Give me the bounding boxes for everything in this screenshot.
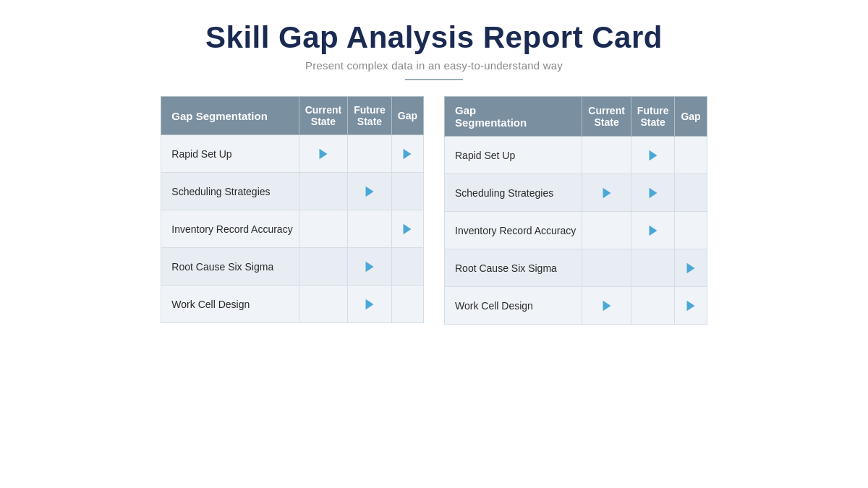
row-gap <box>675 287 707 325</box>
row-gap <box>675 137 707 174</box>
row-gap <box>675 212 707 249</box>
svg-marker-2 <box>365 186 373 197</box>
chevron-icon <box>362 259 378 275</box>
page-subtitle: Present complex data in an easy-to-under… <box>305 59 563 72</box>
row-future <box>631 137 675 174</box>
row-future <box>631 249 675 287</box>
row-label: Root Cause Six Sigma <box>161 248 299 286</box>
chevron-icon <box>599 185 615 201</box>
chevron-icon <box>362 296 378 312</box>
svg-marker-11 <box>603 300 610 311</box>
row-current <box>299 173 348 210</box>
row-label: Work Cell Design <box>161 286 299 323</box>
row-future <box>348 135 392 173</box>
table-left: Gap Segmentation CurrentState FutureStat… <box>161 96 424 325</box>
row-label: Rapid Set Up <box>445 137 582 174</box>
table-row: Scheduling Strategies <box>445 174 707 212</box>
chevron-icon <box>645 223 661 239</box>
row-future <box>348 210 392 248</box>
chevron-icon <box>683 298 699 314</box>
svg-marker-6 <box>649 150 657 160</box>
row-gap <box>675 174 707 212</box>
title-divider <box>405 79 463 80</box>
row-label: Scheduling Strategies <box>445 174 582 212</box>
svg-marker-7 <box>603 187 610 198</box>
row-current <box>299 248 348 286</box>
row-label: Inventory Record Accuracy <box>161 210 299 248</box>
col-header-gap-1: Gap <box>391 97 423 135</box>
row-current <box>299 286 348 323</box>
svg-marker-5 <box>365 299 373 309</box>
row-current <box>582 249 631 287</box>
row-current <box>299 135 348 173</box>
row-current <box>582 137 631 174</box>
row-future <box>348 286 392 323</box>
col-header-current-1: CurrentState <box>299 97 348 135</box>
row-gap <box>391 210 423 248</box>
row-future <box>631 174 675 212</box>
row-current <box>299 210 348 248</box>
skill-gap-table-2: GapSegmentation CurrentState FutureState… <box>444 96 707 325</box>
page-title: Skill Gap Analysis Report Card <box>205 20 663 55</box>
row-gap <box>675 249 707 287</box>
chevron-icon <box>599 298 615 314</box>
row-gap <box>391 135 423 173</box>
table-row: Work Cell Design <box>445 287 707 325</box>
table-row: Rapid Set Up <box>161 135 424 173</box>
table-row: Scheduling Strategies <box>161 173 424 210</box>
col-header-gap-2: Gap <box>675 97 707 137</box>
table-row: Work Cell Design <box>161 286 424 323</box>
table-row: Root Cause Six Sigma <box>445 249 707 287</box>
row-current <box>582 174 631 212</box>
svg-marker-1 <box>404 148 412 159</box>
row-label: Work Cell Design <box>445 287 582 325</box>
table-row: Rapid Set Up <box>445 137 707 174</box>
row-label: Inventory Record Accuracy <box>445 212 582 249</box>
row-current <box>582 287 631 325</box>
svg-marker-8 <box>649 187 657 198</box>
chevron-icon <box>362 184 378 200</box>
col-header-current-2: CurrentState <box>582 97 631 137</box>
row-gap <box>391 286 423 323</box>
col-header-future-2: FutureState <box>631 97 675 137</box>
table-row: Inventory Record Accuracy <box>445 212 707 249</box>
chevron-icon <box>315 146 331 162</box>
col-header-future-1: FutureState <box>348 97 392 135</box>
col-header-gap-seg-1: Gap Segmentation <box>161 97 299 135</box>
skill-gap-table-1: Gap Segmentation CurrentState FutureStat… <box>161 96 424 323</box>
row-future <box>631 287 675 325</box>
row-current <box>582 212 631 249</box>
chevron-icon <box>399 146 415 162</box>
row-label: Scheduling Strategies <box>161 173 299 210</box>
table-row: Root Cause Six Sigma <box>161 248 424 286</box>
chevron-icon <box>683 260 699 276</box>
svg-marker-4 <box>365 261 373 272</box>
svg-marker-10 <box>687 262 695 273</box>
chevron-icon <box>645 147 661 163</box>
row-future <box>631 212 675 249</box>
table-row: Inventory Record Accuracy <box>161 210 424 248</box>
svg-marker-3 <box>404 223 412 234</box>
row-label: Root Cause Six Sigma <box>445 249 582 287</box>
row-future <box>348 248 392 286</box>
row-gap <box>391 173 423 210</box>
table-right: GapSegmentation CurrentState FutureState… <box>444 96 707 325</box>
svg-marker-9 <box>649 225 657 236</box>
col-header-gap-seg-2: GapSegmentation <box>445 97 582 137</box>
chevron-icon <box>399 221 415 237</box>
row-gap <box>391 248 423 286</box>
svg-marker-0 <box>319 148 327 159</box>
chevron-icon <box>645 185 661 201</box>
tables-wrapper: Gap Segmentation CurrentState FutureStat… <box>139 96 728 325</box>
row-label: Rapid Set Up <box>161 135 299 173</box>
row-future <box>348 173 392 210</box>
svg-marker-12 <box>687 300 695 311</box>
